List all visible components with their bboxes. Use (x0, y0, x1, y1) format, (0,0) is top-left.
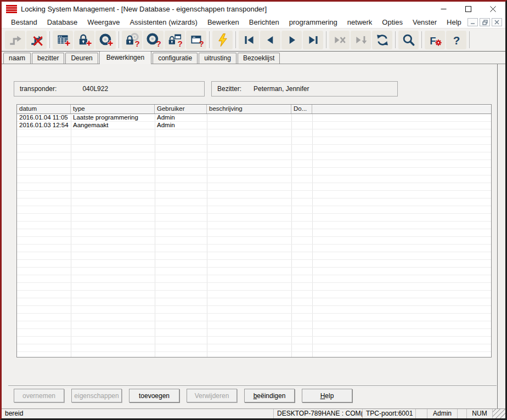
skip-down-icon[interactable] (351, 31, 371, 49)
cell-doc (291, 122, 312, 129)
transponder-field: transponder: 040L922 (14, 81, 205, 97)
cell-datum: 2016.01.03 12:54 (17, 122, 71, 129)
maximize-button[interactable] (456, 2, 481, 16)
column-header-document[interactable]: Do... (291, 105, 312, 113)
table-header: datum type Gebruiker beschrijving Do... (17, 105, 491, 114)
connect-icon[interactable] (5, 31, 25, 49)
toolbar-separator (235, 31, 236, 48)
cell-beschrijving (207, 122, 291, 129)
tab-bewerkingen[interactable]: Bewerkingen (99, 51, 151, 64)
tab-content-bewerkingen: transponder: 040L922 Bezitter: Peterman,… (2, 64, 505, 408)
tab-strip: naam bezitter Deuren Bewerkingen configu… (2, 52, 505, 64)
column-header-empty[interactable] (312, 105, 491, 113)
transponder-value: 040L922 (82, 85, 108, 93)
footer-buttons: overnemen eigenschappen toevoegen Verwij… (14, 389, 352, 402)
status-user: Admin (427, 409, 457, 418)
app-logo-icon (6, 5, 17, 14)
menu-bestand[interactable]: Bestand (6, 17, 42, 27)
cell-doc (291, 114, 312, 122)
menu-opties[interactable]: Opties (377, 17, 408, 27)
read-transponder-icon[interactable] (143, 31, 164, 49)
toolbar-separator (119, 31, 119, 48)
help-icon[interactable]: ? (446, 31, 466, 49)
table-body: 2016.01.04 11:05 Laatste programmering A… (17, 114, 491, 357)
overnemen-button[interactable]: overnemen (14, 389, 64, 402)
owner-value: Peterman, Jennifer (254, 85, 309, 93)
next-record-icon[interactable] (281, 31, 302, 49)
svg-text:F: F (430, 35, 436, 46)
menu-weergave[interactable]: Weergave (82, 17, 125, 27)
toolbar-separator (49, 31, 50, 48)
toolbar-separator (395, 31, 396, 48)
menu-netwerk[interactable]: netwerk (342, 17, 378, 27)
cell-gebruiker: Admin (155, 114, 207, 122)
previous-record-icon[interactable] (260, 31, 280, 49)
toolbar-separator (326, 31, 326, 48)
verwijderen-button[interactable]: Verwijderen (187, 389, 237, 402)
status-state: bereid (2, 409, 273, 418)
tab-deuren[interactable]: Deuren (65, 53, 98, 64)
mdi-close-button[interactable] (492, 18, 502, 26)
cell-type: Laatste programmering (71, 114, 155, 122)
tab-uitrusting[interactable]: uitrusting (199, 53, 236, 64)
menu-berichten[interactable]: Berichten (244, 17, 284, 27)
mdi-right-border (497, 64, 498, 408)
svg-text:?: ? (453, 33, 460, 46)
program-icon[interactable] (212, 31, 233, 49)
title-bar: Locking System Management - [New Databas… (2, 2, 505, 16)
status-spacer (415, 409, 427, 418)
app-window: Locking System Management - [New Databas… (0, 0, 507, 420)
status-num-lock: NUM (466, 409, 492, 418)
tab-configuratie[interactable]: configuratie (153, 53, 198, 64)
toolbar: F ? (2, 29, 505, 52)
menu-help[interactable]: Help (442, 17, 466, 27)
disconnect-icon[interactable] (26, 31, 47, 49)
window-title: Locking System Management - [New Databas… (21, 5, 267, 13)
read-lock-remote-icon[interactable] (165, 31, 185, 49)
column-header-type[interactable]: type (71, 105, 155, 113)
beeindigen-button[interactable]: beëindigen (244, 389, 295, 402)
tab-naam[interactable]: naam (3, 53, 31, 64)
history-table: datum type Gebruiker beschrijving Do... … (16, 104, 492, 357)
refresh-icon[interactable] (372, 31, 392, 49)
minimize-button[interactable] (431, 2, 456, 16)
table-row[interactable]: 2016.01.03 12:54 Aangemaakt Admin (17, 122, 491, 129)
cell-type: Aangemaakt (71, 122, 155, 129)
mdi-restore-button[interactable] (480, 18, 490, 26)
filter-settings-icon[interactable]: F (425, 31, 445, 49)
menu-assistenten[interactable]: Assistenten (wizards) (125, 17, 202, 27)
resize-grip[interactable] (492, 409, 505, 418)
skip-cross-icon[interactable] (329, 31, 350, 49)
status-host: DESKTOP-789HANE : COM(*) (273, 409, 362, 418)
cell-beschrijving (207, 114, 291, 122)
column-header-beschrijving[interactable]: beschrijving (207, 105, 291, 113)
tab-bezitter[interactable]: bezitter (32, 53, 64, 64)
help-button[interactable]: Help (302, 389, 352, 402)
menu-programmering[interactable]: programmering (284, 17, 342, 27)
menu-database[interactable]: Database (42, 17, 83, 27)
toevoegen-button[interactable]: toevoegen (129, 389, 179, 402)
close-button[interactable] (481, 2, 505, 16)
footer-separator (8, 385, 497, 387)
menu-bewerken[interactable]: Bewerken (202, 17, 244, 27)
search-icon[interactable] (398, 31, 419, 49)
menu-venster[interactable]: Venster (408, 17, 442, 27)
toolbar-separator (421, 31, 422, 48)
status-spacer (457, 409, 466, 418)
eigenschappen-button[interactable]: eigenschappen (71, 389, 122, 402)
read-lock-icon[interactable] (122, 31, 142, 49)
new-matrix-icon[interactable] (53, 31, 73, 49)
owner-label: Bezitter: (217, 85, 241, 93)
first-record-icon[interactable] (239, 31, 259, 49)
new-lock-icon[interactable] (74, 31, 94, 49)
new-transponder-icon[interactable] (95, 31, 116, 49)
table-row[interactable]: 2016.01.04 11:05 Laatste programmering A… (17, 114, 491, 122)
column-header-datum[interactable]: datum (17, 105, 71, 113)
last-record-icon[interactable] (303, 31, 323, 49)
mdi-minimize-button[interactable] (467, 18, 478, 26)
cell-datum: 2016.01.04 11:05 (17, 114, 71, 122)
column-header-gebruiker[interactable]: Gebruiker (155, 105, 207, 113)
read-window-icon[interactable] (186, 31, 206, 49)
tab-bezoeklijst[interactable]: Bezoeklijst (238, 53, 280, 64)
cell-gebruiker: Admin (155, 122, 207, 129)
